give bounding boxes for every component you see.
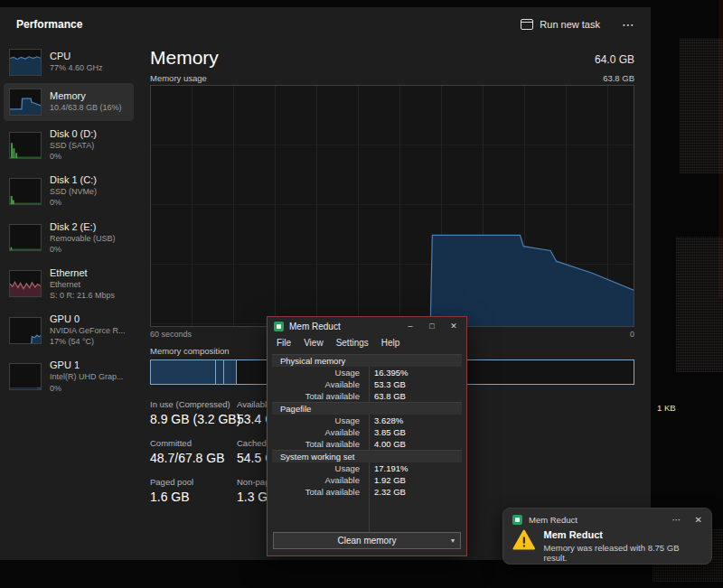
row-available: Available 3.85 GB — [272, 426, 462, 438]
menu-view[interactable]: View — [297, 337, 330, 349]
sidebar-item-detail: NVIDIA GeForce R... — [50, 325, 126, 336]
background-size-label: 1 KB — [657, 403, 676, 413]
memory-usage-graph — [150, 85, 634, 327]
menu-file[interactable]: File — [270, 337, 297, 349]
group-system-working-set: System working set — [272, 450, 462, 462]
row-total-available: Total available 63.8 GB — [272, 390, 462, 402]
sidebar-item-detail2: 0% — [50, 383, 124, 394]
sidebar-item-name: Disk 0 (D:) — [50, 128, 97, 139]
disk0-mini-graph — [9, 132, 42, 159]
mem-reduct-window: Mem Reduct – □ ✕ File View Settings Help… — [267, 316, 467, 556]
mem-reduct-app-icon — [274, 322, 284, 331]
clean-memory-button[interactable]: Clean memory ▾ — [273, 532, 461, 549]
ethernet-mini-graph — [9, 270, 42, 297]
row-usage: Usage 17.191% — [272, 462, 462, 474]
warning-icon — [512, 529, 536, 550]
background-noise — [680, 38, 723, 173]
sidebar-item-detail: 10.4/63.8 GB (16%) — [50, 102, 122, 113]
row-available: Available 53.3 GB — [272, 378, 462, 390]
gpu0-mini-graph — [9, 317, 42, 344]
memory-mini-graph — [9, 89, 42, 116]
sidebar-item-disk-1[interactable]: Disk 1 (C:) SSD (NVMe) 0% — [4, 169, 134, 213]
graph-axis-right: 0 — [630, 330, 634, 339]
stat-committed: Committed 48.7/67.8 GB — [150, 438, 237, 465]
performance-sidebar: CPU 77% 4.60 GHz Memory 10.4/63.8 GB (16… — [0, 42, 137, 560]
memory-title: Memory — [150, 47, 219, 69]
close-button[interactable]: ✕ — [443, 317, 465, 336]
more-options-button[interactable]: ⋯ — [622, 18, 634, 31]
memory-usage-label: Memory usage — [150, 73, 207, 83]
graph-axis-left: 60 seconds — [150, 330, 192, 339]
sidebar-item-detail2: 0% — [50, 151, 97, 162]
run-new-task-button[interactable]: Run new task — [521, 19, 600, 30]
group-pagefile: Pagefile — [272, 402, 462, 415]
sidebar-item-disk-2[interactable]: Disk 2 (E:) Removable (USB) 0% — [4, 216, 134, 260]
memory-composition-fill — [151, 360, 237, 384]
mem-reduct-titlebar[interactable]: Mem Reduct – □ ✕ — [268, 317, 466, 336]
toast-app-icon — [512, 515, 522, 525]
sidebar-item-name: GPU 1 — [50, 359, 124, 370]
disk2-mini-graph — [9, 224, 42, 251]
sidebar-item-ethernet[interactable]: Ethernet Ethernet S: 0 R: 21.6 Mbps — [4, 262, 134, 306]
group-physical-memory: Physical memory — [272, 354, 462, 367]
sidebar-item-detail: SSD (NVMe) — [50, 186, 97, 197]
notification-toast[interactable]: Mem Reduct ⋯ ✕ Mem Reduct Memory was rel… — [502, 508, 712, 565]
sidebar-item-detail: SSD (SATA) — [50, 140, 97, 151]
menu-settings[interactable]: Settings — [330, 337, 375, 349]
run-new-task-label: Run new task — [540, 19, 600, 30]
disk1-mini-graph — [9, 178, 42, 205]
sidebar-item-detail: Intel(R) UHD Grap... — [50, 371, 124, 382]
toast-more-button[interactable]: ⋯ — [672, 515, 681, 525]
sidebar-item-disk-0[interactable]: Disk 0 (D:) SSD (SATA) 0% — [4, 123, 134, 167]
sidebar-item-cpu[interactable]: CPU 77% 4.60 GHz — [4, 43, 134, 81]
background-noise — [676, 237, 723, 372]
maximize-button[interactable]: □ — [421, 317, 443, 336]
page-title: Performance — [16, 18, 82, 31]
run-new-task-icon — [521, 19, 533, 30]
sidebar-item-name: CPU — [50, 51, 103, 61]
toast-title: Mem Reduct — [544, 529, 702, 540]
sidebar-item-name: GPU 0 — [50, 313, 126, 324]
sidebar-item-name: Memory — [50, 90, 122, 101]
memory-capacity: 64.0 GB — [595, 53, 634, 69]
toast-app-name: Mem Reduct — [529, 515, 577, 525]
sidebar-item-detail: Ethernet — [50, 279, 115, 290]
row-total-available: Total available 2.32 GB — [272, 486, 462, 498]
sidebar-item-name: Disk 1 (C:) — [50, 174, 97, 185]
sidebar-item-detail: Removable (USB) — [50, 233, 116, 244]
menu-help[interactable]: Help — [375, 337, 407, 349]
sidebar-item-detail2: 17% (54 °C) — [50, 336, 126, 347]
sidebar-item-detail2: S: 0 R: 21.6 Mbps — [50, 290, 115, 301]
row-available: Available 1.92 GB — [272, 474, 462, 486]
sidebar-item-detail2: 0% — [50, 197, 97, 208]
toast-message: Memory was released with 8.75 GB result. — [544, 543, 702, 563]
sidebar-item-gpu-1[interactable]: GPU 1 Intel(R) UHD Grap... 0% — [4, 354, 134, 398]
minimize-button[interactable]: – — [399, 317, 421, 336]
sidebar-item-detail2: 0% — [50, 244, 116, 255]
sidebar-item-memory[interactable]: Memory 10.4/63.8 GB (16%) — [4, 83, 134, 121]
mem-reduct-title: Mem Reduct — [289, 322, 341, 331]
row-total-available: Total available 4.00 GB — [272, 438, 462, 450]
sidebar-item-name: Ethernet — [50, 267, 115, 278]
row-usage: Usage 16.395% — [272, 367, 462, 378]
mem-reduct-menubar: File View Settings Help — [268, 336, 466, 351]
clean-memory-dropdown-caret[interactable]: ▾ — [451, 537, 455, 545]
sidebar-item-detail: 77% 4.60 GHz — [50, 62, 103, 73]
mem-reduct-content: Physical memory Usage 16.395% Available … — [268, 351, 466, 532]
row-usage: Usage 3.628% — [272, 415, 462, 426]
sidebar-item-name: Disk 2 (E:) — [50, 221, 116, 232]
gpu1-mini-graph — [9, 363, 42, 390]
toast-close-button[interactable]: ✕ — [695, 515, 702, 525]
memory-usage-max: 63.8 GB — [603, 73, 634, 83]
screen: 1 KB Performance Run new task ⋯ — [0, 0, 723, 588]
task-manager-titlebar: Performance Run new task ⋯ — [0, 7, 651, 42]
cpu-mini-graph — [9, 49, 42, 76]
sidebar-item-gpu-0[interactable]: GPU 0 NVIDIA GeForce R... 17% (54 °C) — [4, 308, 134, 352]
stat-in-use: In use (Compressed) 8.9 GB (3.2 GB) — [150, 399, 237, 426]
stat-paged-pool: Paged pool 1.6 GB — [150, 477, 237, 504]
